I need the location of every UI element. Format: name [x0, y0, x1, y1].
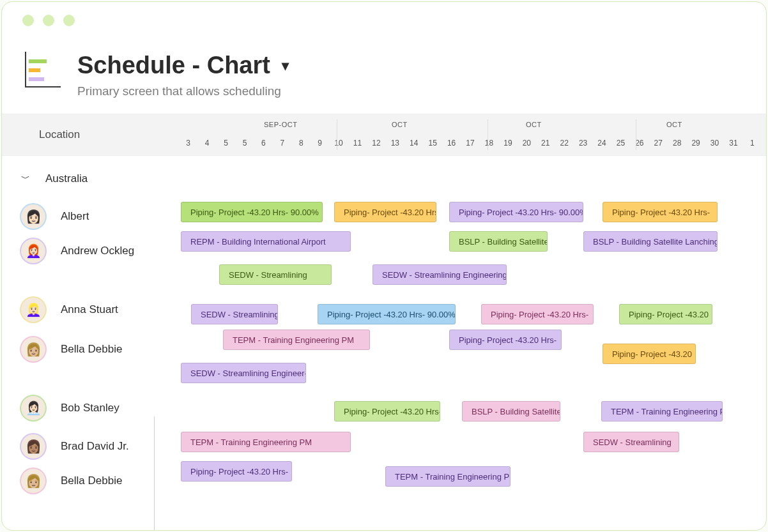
- resource-lane[interactable]: REPM - Building International AirportBSL…: [181, 231, 766, 290]
- day-label: 11: [350, 139, 365, 148]
- task-bar[interactable]: Piping- Project -43.20 Hrs-: [181, 461, 292, 482]
- timeline-scale[interactable]: SEP-OCTOCTOCTOCT 34556789101112131415161…: [181, 114, 766, 155]
- task-bar[interactable]: SEDW - Streamlining Engineer-: [181, 363, 306, 383]
- resource-row: 👱🏻‍♀️Anna StuartSEDW - StreamliningPipin…: [2, 290, 766, 330]
- resource-name: Andrew Ockleg: [61, 245, 134, 257]
- day-label: 5: [219, 139, 233, 148]
- task-bar[interactable]: Piping- Project -43.20 Hrs- 90.00%: [449, 202, 583, 222]
- resource-lane[interactable]: Piping- Project -43.20 Hrs-TEPM - Traini…: [181, 461, 766, 496]
- month-label: OCT: [666, 121, 682, 128]
- task-bar[interactable]: Piping- Project -43.20 Hrs-: [334, 202, 436, 222]
- resource-name: Bella Debbie: [61, 343, 122, 356]
- day-label: 1: [745, 139, 760, 148]
- task-bar[interactable]: BSLP - Building Satellite: [462, 401, 560, 422]
- app-window: Schedule - Chart ▾ Primary screen that a…: [1, 1, 767, 531]
- week-separator: [636, 119, 636, 150]
- day-label: 16: [444, 139, 459, 148]
- day-label: 26: [632, 139, 647, 148]
- day-label: 8: [294, 139, 309, 148]
- week-separator: [488, 119, 488, 150]
- avatar[interactable]: 👩🏻‍🦰: [21, 239, 45, 263]
- task-bar[interactable]: SEDW - Streamlining: [191, 304, 278, 324]
- week-separator: [337, 119, 337, 150]
- task-bar[interactable]: Piping- Project -43.20: [619, 304, 712, 324]
- day-label: 18: [482, 139, 496, 148]
- day-label: 27: [651, 139, 666, 148]
- group-name: Australia: [45, 172, 88, 185]
- resource-name: Anna Stuart: [61, 303, 118, 316]
- avatar[interactable]: 👩🏽: [21, 434, 45, 459]
- day-label: 13: [388, 139, 403, 148]
- task-bar[interactable]: BSLP - Building Satellite: [449, 231, 548, 252]
- day-label: 19: [500, 139, 515, 148]
- task-bar[interactable]: Piping- Project -43.20 Hrs- 90.00%: [181, 202, 323, 222]
- task-bar[interactable]: TEPM - Training Engineering PM: [601, 401, 723, 422]
- resource-lane[interactable]: SEDW - StreamliningPiping- Project -43.2…: [181, 290, 766, 330]
- group-row[interactable]: ﹀ Australia: [2, 163, 766, 197]
- resource-lane[interactable]: TEPM - Training Engineering PMPiping- Pr…: [181, 330, 766, 388]
- window-dot[interactable]: [43, 15, 54, 26]
- month-label: OCT: [392, 121, 408, 128]
- resource-lane[interactable]: Piping- Project -43.20 Hrs-BSLP - Buildi…: [181, 388, 766, 427]
- day-label: 17: [463, 139, 477, 148]
- day-label: 12: [369, 139, 383, 148]
- day-label: 24: [594, 139, 609, 148]
- resource-row: 👩🏻AlbertPiping- Project -43.20 Hrs- 90.0…: [2, 197, 766, 231]
- day-label: 5: [237, 139, 252, 148]
- day-label: 10: [331, 139, 346, 148]
- window-dot[interactable]: [22, 15, 34, 26]
- task-bar[interactable]: REPM - Building International Airport: [181, 231, 351, 252]
- avatar[interactable]: 👱🏻‍♀️: [21, 298, 45, 322]
- task-bar[interactable]: Piping- Project -43.20 Hrs-: [449, 330, 562, 350]
- resource-name: Bob Stanley: [61, 402, 119, 414]
- task-bar[interactable]: Piping- Project -43.20: [603, 344, 696, 364]
- day-label: 9: [312, 139, 327, 148]
- resource-label: 👩🏻‍💼Bob Stanley: [2, 388, 181, 420]
- window-dot[interactable]: [63, 15, 75, 26]
- chevron-down-icon[interactable]: ▾: [282, 57, 289, 74]
- gantt-logo-icon: [25, 52, 61, 87]
- day-label: 23: [576, 139, 590, 148]
- divider-line: [154, 416, 155, 531]
- task-bar[interactable]: Piping- Project -43.20 Hrs-: [334, 401, 440, 422]
- resource-lane[interactable]: Piping- Project -43.20 Hrs- 90.00%Piping…: [181, 197, 766, 231]
- avatar[interactable]: 👩🏼: [21, 469, 45, 493]
- resource-label: 👩🏻Albert: [2, 197, 181, 229]
- task-bar[interactable]: SEDW - Streamlining: [219, 264, 332, 285]
- task-bar[interactable]: TEPM - Training Engineering PM: [385, 466, 511, 487]
- day-label: 3: [181, 139, 196, 148]
- day-label: 20: [519, 139, 534, 148]
- avatar[interactable]: 👩🏻‍💼: [21, 396, 45, 420]
- task-bar[interactable]: TEPM - Training Engineering PM: [181, 432, 351, 452]
- task-bar[interactable]: Piping- Project -43.20 Hrs-: [603, 202, 718, 222]
- resource-row: 👩🏼Bella DebbieTEPM - Training Engineerin…: [2, 330, 766, 388]
- resource-row: 👩🏻‍🦰Andrew OcklegREPM - Building Interna…: [2, 231, 766, 290]
- resource-row: 👩🏽Brad David Jr.TEPM - Training Engineer…: [2, 427, 766, 461]
- resource-name: Brad David Jr.: [61, 440, 129, 453]
- timeline-header: Location SEP-OCTOCTOCTOCT 34556789101112…: [2, 114, 766, 156]
- resource-label: 👩🏼Bella Debbie: [2, 330, 181, 361]
- resource-lane[interactable]: TEPM - Training Engineering PMSEDW - Str…: [181, 427, 766, 461]
- resource-name: Bella Debbie: [61, 475, 122, 487]
- task-bar[interactable]: TEPM - Training Engineering PM: [223, 330, 370, 350]
- page-title-text: Schedule - Chart: [77, 52, 270, 79]
- day-label: 22: [557, 139, 571, 148]
- day-label: 14: [406, 139, 421, 148]
- day-label: 28: [670, 139, 684, 148]
- chevron-down-icon[interactable]: ﹀: [21, 173, 30, 185]
- resource-label: 👱🏻‍♀️Anna Stuart: [2, 290, 181, 322]
- resource-row: 👩🏼Bella DebbiePiping- Project -43.20 Hrs…: [2, 461, 766, 496]
- task-bar[interactable]: BSLP - Building Satellite Lanching: [583, 231, 718, 252]
- schedule-body: ﹀ Australia 👩🏻AlbertPiping- Project -43.…: [2, 156, 766, 531]
- day-label: 30: [707, 139, 722, 148]
- day-label: 4: [199, 139, 214, 148]
- page-title: Schedule - Chart ▾: [77, 52, 289, 79]
- task-bar[interactable]: Piping- Project -43.20 Hrs-: [481, 304, 594, 324]
- avatar[interactable]: 👩🏼: [21, 337, 45, 361]
- task-bar[interactable]: Piping- Project -43.20 Hrs- 90.00%: [318, 304, 456, 324]
- day-label: 15: [425, 139, 440, 148]
- task-bar[interactable]: SEDW - Streamlining: [583, 432, 679, 452]
- task-bar[interactable]: SEDW - Streamlining Engineering: [372, 264, 507, 285]
- avatar[interactable]: 👩🏻: [21, 204, 45, 229]
- day-label: 6: [256, 139, 271, 148]
